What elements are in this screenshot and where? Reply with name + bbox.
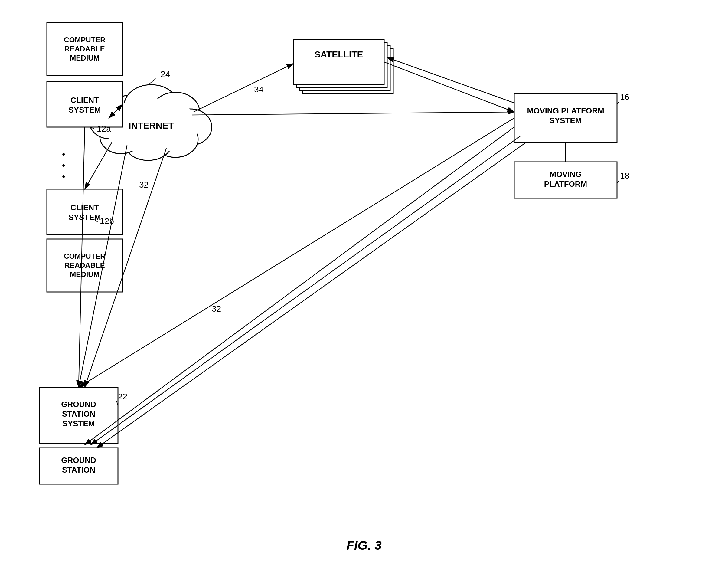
ref-16-label: 16 [620, 92, 629, 102]
svg-text:SYSTEM: SYSTEM [69, 213, 101, 222]
svg-text:COMPUTER: COMPUTER [64, 36, 105, 44]
svg-text:STATION: STATION [62, 466, 95, 474]
ref-12a-label: 12a [97, 124, 111, 133]
svg-text:•: • [62, 149, 65, 159]
svg-line-48 [85, 142, 112, 189]
diagram-svg: SATELLITE INTERNET CLIENT SYSTEM COMPUTE… [0, 0, 728, 577]
diagram: SATELLITE INTERNET CLIENT SYSTEM COMPUTE… [0, 0, 728, 577]
ref-18-label: 18 [620, 171, 629, 180]
ref-32-top-label: 32 [139, 180, 149, 190]
svg-text:COMPUTER: COMPUTER [64, 252, 105, 260]
svg-text:MOVING PLATFORM: MOVING PLATFORM [527, 106, 604, 115]
svg-line-54 [387, 57, 514, 103]
svg-text:READABLE: READABLE [64, 261, 105, 269]
svg-line-56 [85, 127, 514, 445]
svg-text:•: • [62, 160, 65, 170]
svg-text:SATELLITE: SATELLITE [314, 49, 363, 59]
svg-line-58 [97, 142, 526, 448]
svg-text:CLIENT: CLIENT [71, 203, 99, 212]
svg-text:MOVING: MOVING [550, 170, 581, 179]
svg-text:GROUND: GROUND [61, 400, 96, 409]
svg-text:CLIENT: CLIENT [71, 96, 99, 105]
svg-line-59 [192, 112, 514, 115]
svg-line-53 [384, 62, 514, 112]
svg-text:MEDIUM: MEDIUM [70, 54, 99, 62]
ref-34-label: 34 [254, 85, 263, 94]
svg-text:SYSTEM: SYSTEM [69, 105, 101, 115]
svg-text:SYSTEM: SYSTEM [62, 419, 95, 428]
svg-line-61 [148, 79, 156, 85]
ref-12b-label: 12b [100, 216, 114, 226]
svg-text:STATION: STATION [62, 409, 95, 419]
ref-22-label: 22 [118, 392, 127, 401]
svg-text:GROUND: GROUND [61, 456, 96, 465]
svg-text:READABLE: READABLE [64, 45, 105, 53]
figure-label: FIG. 3 [346, 538, 382, 553]
svg-text:SYSTEM: SYSTEM [550, 116, 582, 125]
svg-text:PLATFORM: PLATFORM [544, 179, 587, 189]
ref-32-bottom-label: 32 [212, 304, 221, 313]
svg-text:•: • [62, 172, 65, 181]
svg-text:INTERNET: INTERNET [129, 120, 174, 130]
svg-line-57 [91, 136, 520, 445]
svg-text:MEDIUM: MEDIUM [70, 270, 99, 278]
ref-24-label: 24 [160, 69, 170, 79]
svg-rect-5 [293, 39, 384, 85]
svg-line-49 [193, 64, 293, 112]
